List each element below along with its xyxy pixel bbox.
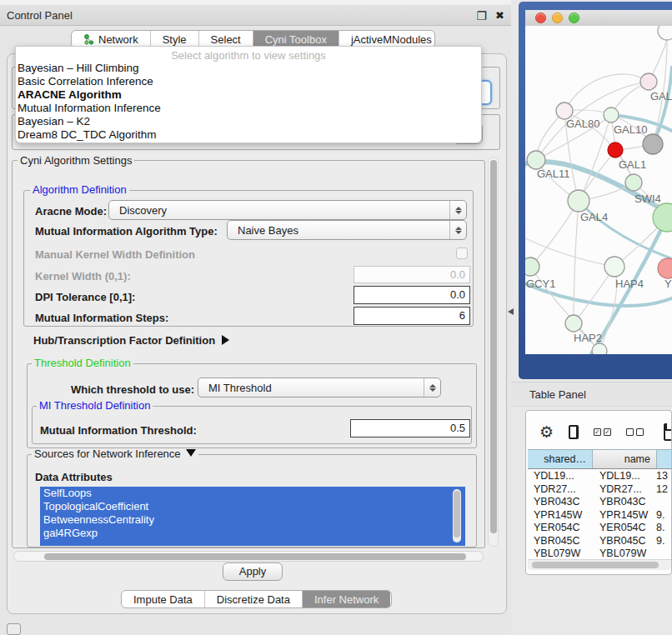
aracne-mode-value: Discovery	[119, 204, 167, 217]
select-all-checkboxes-icon[interactable]: ✓✓	[594, 428, 611, 436]
which-threshold-combo[interactable]: MI Threshold	[198, 378, 441, 398]
node-hap2[interactable]	[565, 315, 582, 332]
table-cell: YBR043C	[528, 496, 593, 509]
node-gal1[interactable]	[625, 174, 642, 191]
table-panel: ⚙ ✓✓ shared… name YDL19...YDL19...13YDR2…	[525, 410, 672, 575]
combo-spinner-icon	[449, 201, 466, 219]
dock-corner-icon[interactable]	[7, 623, 21, 635]
expanded-arrow-icon	[186, 449, 196, 457]
mi-type-label: Mutual Information Algorithm Type:	[35, 225, 218, 238]
column-header-shared-name[interactable]: shared…	[528, 450, 593, 468]
table-header-row: shared… name	[528, 449, 672, 469]
hub-definition-label: Hub/Transcription Factor Definition	[33, 334, 215, 347]
tab-impute-data[interactable]: Impute Data	[122, 591, 205, 608]
tab-cyni-toolbox[interactable]: Cyni Toolbox	[253, 31, 339, 48]
table-cell: 12	[653, 483, 672, 497]
combo-spinner-icon	[449, 221, 466, 239]
table-row[interactable]: YBR045CYBR045C9.	[528, 535, 672, 548]
zoom-window-icon[interactable]	[569, 12, 579, 23]
table-row[interactable]: YBL079WYBL079W	[528, 548, 672, 557]
node-label: GAL1	[619, 158, 646, 171]
close-window-icon[interactable]	[535, 12, 546, 23]
node-gal80[interactable]	[556, 102, 573, 119]
node-gal4[interactable]	[568, 190, 589, 212]
algorithm-option[interactable]: Dream8 DC_TDC Algorithm	[16, 128, 481, 142]
node-gal10[interactable]	[604, 108, 619, 122]
network-window-titlebar[interactable]	[525, 10, 672, 26]
combo-spinner-icon	[424, 378, 440, 397]
tab-select[interactable]: Select	[199, 31, 253, 48]
algorithm-option[interactable]: Bayesian – K2	[16, 115, 481, 128]
column-header-name[interactable]: name	[593, 450, 657, 468]
node-gal11[interactable]	[527, 151, 545, 169]
node-salmon[interactable]	[658, 258, 672, 278]
tab-infer-network-label: Infer Network	[314, 593, 379, 606]
table-cell: YBR045C	[528, 535, 593, 548]
sources-group-title[interactable]: Sources for Network Inference	[32, 448, 198, 459]
attributes-vertical-scrollbar[interactable]	[453, 489, 461, 542]
aracne-mode-combo[interactable]: Discovery	[108, 200, 467, 220]
table-cell: YER054C	[528, 522, 593, 535]
algorithm-option[interactable]: ARACNE Algorithm	[16, 88, 481, 102]
split-columns-icon[interactable]	[569, 425, 579, 439]
document-icon[interactable]	[664, 423, 672, 441]
node-gal-pink[interactable]	[640, 73, 657, 90]
node-label: SWI4	[634, 192, 661, 205]
tab-discretize-data[interactable]: Discretize Data	[205, 591, 303, 608]
algorithm-option[interactable]: Basic Correlation Inference	[16, 75, 481, 88]
table-cell: YDR27...	[593, 483, 653, 497]
network-canvas[interactable]: GALGAL80GAL10GAL1GAL11SWI4GAL4GCY1HAP4YH…	[525, 26, 672, 354]
threshold-definition-title: Threshold Definition	[32, 358, 133, 368]
attribute-item[interactable]: gal4RGexp	[40, 527, 465, 540]
gear-icon[interactable]: ⚙	[539, 424, 554, 440]
apply-button[interactable]: Apply	[223, 562, 283, 581]
dpi-tolerance-field[interactable]: 0.0	[354, 286, 470, 304]
table-cell: YDL19...	[528, 470, 593, 483]
node-selected-red[interactable]	[608, 142, 623, 158]
table-row[interactable]: YBR043CYBR043C	[528, 496, 672, 509]
settings-horizontal-scrollbar[interactable]	[13, 551, 484, 562]
node-gray[interactable]	[643, 134, 663, 154]
cyni-algorithm-settings-title: Cyni Algorithm Settings	[18, 155, 134, 166]
mi-steps-field[interactable]: 6	[354, 307, 470, 325]
float-panel-icon[interactable]: ❐	[477, 10, 488, 22]
tab-jactivemnodules[interactable]: jActiveMNodules	[339, 31, 435, 48]
table-cell: YDL19...	[593, 470, 653, 483]
tab-network[interactable]: Network	[72, 31, 151, 48]
table-horizontal-scrollbar[interactable]	[528, 559, 671, 570]
algorithm-option[interactable]: Bayesian – Hill Climbing	[16, 62, 481, 75]
table-panel-title: Table Panel	[529, 388, 586, 401]
table-panel-header: Table Panel	[511, 382, 672, 407]
attribute-item[interactable]: TopologicalCoefficient	[40, 500, 465, 513]
algorithm-option[interactable]: Mutual Information Inference	[16, 102, 481, 115]
node-label: GAL80	[566, 118, 599, 130]
node-top-partial[interactable]	[658, 26, 672, 40]
panel-title: Control Panel	[7, 9, 73, 22]
manual-kernel-checkbox[interactable]	[456, 248, 468, 259]
edge	[530, 201, 579, 267]
node-hap4[interactable]	[604, 257, 624, 277]
deselect-all-checkboxes-icon[interactable]	[626, 428, 644, 436]
data-attributes-list[interactable]: SelfLoopsTopologicalCoefficientBetweenne…	[40, 487, 465, 546]
mi-threshold-field[interactable]: 0.5	[350, 419, 470, 438]
node-bottom-partial[interactable]	[592, 343, 607, 354]
hub-definition-expander[interactable]: Hub/Transcription Factor Definition	[33, 334, 229, 347]
tab-style[interactable]: Style	[151, 31, 199, 48]
table-row[interactable]: YDL19...YDL19...13	[528, 470, 672, 483]
table-rows[interactable]: YDL19...YDL19...13YDR27...YDR27...12YBR0…	[528, 470, 672, 557]
settings-vertical-scrollbar[interactable]	[488, 157, 499, 547]
edge	[574, 201, 579, 323]
attribute-item[interactable]: BetweennessCentrality	[40, 513, 465, 527]
table-cell	[653, 548, 672, 557]
table-row[interactable]: YER054CYER054C8.	[528, 522, 672, 535]
attribute-item[interactable]: SelfLoops	[40, 487, 465, 500]
minimize-window-icon[interactable]	[552, 12, 563, 23]
column-header-partial[interactable]	[657, 450, 672, 468]
mi-type-combo[interactable]: Naive Bayes	[227, 220, 467, 240]
kernel-width-field[interactable]: 0.0	[354, 266, 470, 283]
node-gcy1[interactable]	[525, 258, 539, 276]
close-panel-icon[interactable]: ✖	[495, 10, 504, 21]
tab-infer-network[interactable]: Infer Network	[303, 591, 390, 608]
table-row[interactable]: YPR145WYPR145W9.	[528, 509, 672, 522]
table-row[interactable]: YDR27...YDR27...12	[528, 483, 672, 497]
